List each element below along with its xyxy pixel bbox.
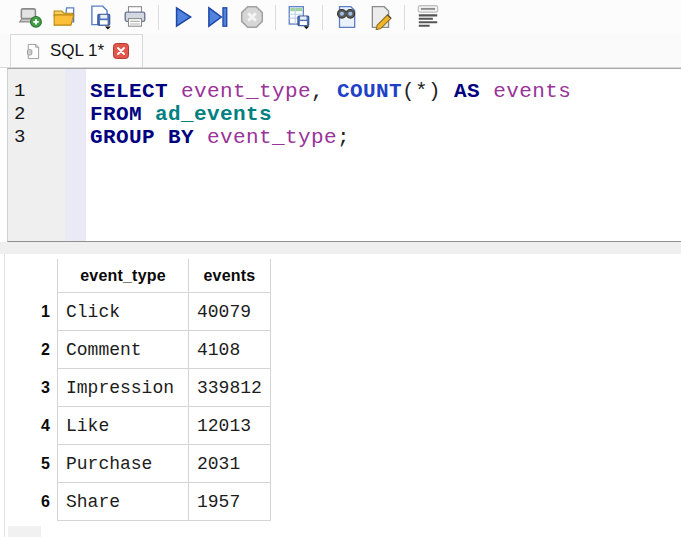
close-icon[interactable]	[113, 43, 129, 59]
toolbar-separator	[404, 5, 405, 30]
code-area[interactable]: SELECT event_type, COUNT(*) AS eventsFRO…	[86, 69, 681, 241]
line-number: 2	[8, 103, 65, 126]
export-resultset-icon	[286, 4, 312, 30]
column-header-events[interactable]: events	[189, 259, 271, 293]
cell-events[interactable]: 339812	[189, 369, 271, 407]
cell-event_type[interactable]: Impression	[58, 369, 189, 407]
edit-icon	[368, 4, 394, 30]
toolbar-button-save-file[interactable]	[85, 3, 114, 32]
row-number[interactable]: 2	[8, 331, 58, 369]
new-connection-icon	[17, 4, 43, 30]
toolbar-button-execute-query[interactable]	[167, 3, 196, 32]
stop-icon	[239, 4, 265, 30]
table-row: 5Purchase2031	[8, 445, 270, 483]
row-number[interactable]: 5	[8, 445, 58, 483]
cell-events[interactable]: 4108	[189, 331, 271, 369]
toolbar-button-find[interactable]	[331, 3, 360, 32]
table-row: 3Impression339812	[8, 369, 270, 407]
toolbar	[0, 0, 681, 34]
toolbar-button-print[interactable]	[120, 3, 149, 32]
row-number[interactable]: 4	[8, 407, 58, 445]
row-number-header	[8, 259, 58, 293]
find-icon	[333, 4, 359, 30]
toolbar-button-new-connection[interactable]	[15, 3, 44, 32]
sql-file-icon	[24, 43, 41, 60]
sql-editor-window: SQL 1* 123 SELECT event_type, COUNT(*) A…	[0, 0, 681, 537]
cell-event_type[interactable]: Share	[58, 483, 189, 521]
cell-event_type[interactable]: Comment	[58, 331, 189, 369]
execute-query-icon	[169, 4, 195, 30]
header-row: event_typeevents	[8, 259, 270, 293]
toolbar-button-stop[interactable]	[237, 3, 266, 32]
table-row: 1Click40079	[8, 293, 270, 331]
toolbar-button-open-file[interactable]	[50, 3, 79, 32]
tab-label: SQL 1*	[50, 41, 104, 61]
cell-events[interactable]: 1957	[189, 483, 271, 521]
code-line: GROUP BY event_type;	[90, 126, 681, 149]
column-header-event_type[interactable]: event_type	[58, 259, 189, 293]
print-icon	[122, 4, 148, 30]
empty-row-header	[8, 526, 41, 537]
splitter-handle[interactable]	[0, 242, 681, 254]
toolbar-separator	[275, 5, 276, 30]
format-text-icon	[415, 4, 441, 30]
cell-event_type[interactable]: Click	[58, 293, 189, 331]
toolbar-separator	[158, 5, 159, 30]
cell-events[interactable]: 12013	[189, 407, 271, 445]
toolbar-button-export-resultset[interactable]	[284, 3, 313, 32]
row-number[interactable]: 3	[8, 369, 58, 407]
results-grid: event_typeevents1Click400792Comment41083…	[8, 259, 271, 521]
toolbar-button-edit[interactable]	[366, 3, 395, 32]
code-line: FROM ad_events	[90, 103, 681, 126]
toolbar-button-format-text[interactable]	[413, 3, 442, 32]
table-row: 2Comment4108	[8, 331, 270, 369]
line-number: 1	[8, 80, 65, 103]
table-row: 4Like12013	[8, 407, 270, 445]
open-file-icon	[52, 4, 78, 30]
results-panel: event_typeevents1Click400792Comment41083…	[4, 254, 681, 537]
cell-event_type[interactable]: Like	[58, 407, 189, 445]
cell-events[interactable]: 40079	[189, 293, 271, 331]
cell-events[interactable]: 2031	[189, 445, 271, 483]
row-number[interactable]: 6	[8, 483, 58, 521]
table-row: 6Share1957	[8, 483, 270, 521]
cell-event_type[interactable]: Purchase	[58, 445, 189, 483]
tab-sql-1[interactable]: SQL 1*	[10, 34, 143, 67]
fold-strip	[65, 69, 86, 241]
tab-strip: SQL 1*	[0, 34, 681, 68]
sql-editor: 123 SELECT event_type, COUNT(*) AS event…	[7, 68, 681, 242]
line-number: 3	[8, 126, 65, 149]
code-line: SELECT event_type, COUNT(*) AS events	[90, 80, 681, 103]
row-number[interactable]: 1	[8, 293, 58, 331]
execute-script-icon	[204, 4, 230, 30]
line-number-gutter: 123	[8, 69, 65, 241]
save-file-icon	[87, 4, 113, 30]
toolbar-separator	[322, 5, 323, 30]
toolbar-button-execute-script[interactable]	[202, 3, 231, 32]
